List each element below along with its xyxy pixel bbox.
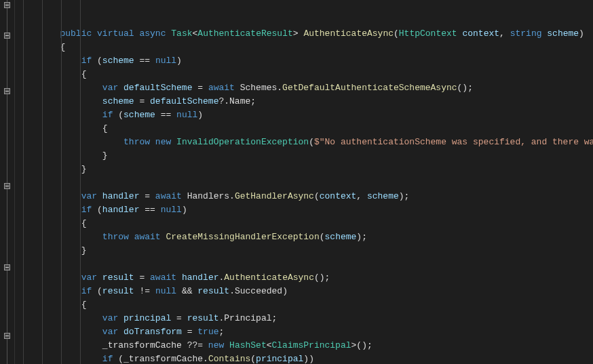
token-txt: = <box>171 313 187 323</box>
token-txt: .Succeeded) <box>229 286 288 296</box>
token-txt: == <box>134 56 155 66</box>
indent-guide <box>23 0 24 364</box>
token-param: result <box>102 286 134 296</box>
token-txt: .Principal; <box>218 313 277 323</box>
token-txt: , <box>356 191 367 201</box>
code-line[interactable]: if (handler == null) <box>18 203 593 217</box>
code-line[interactable]: if (result != null && result.Succeeded) <box>18 285 593 298</box>
code-line[interactable]: public virtual async Task<AuthenticateRe… <box>18 27 593 41</box>
token-param: defaultScheme <box>123 83 192 93</box>
code-line[interactable]: var result = await handler.AuthenticateA… <box>18 271 593 285</box>
token-txt: ( <box>250 354 256 364</box>
token-txt <box>224 340 229 350</box>
code-line[interactable]: } <box>18 244 593 258</box>
token-cls: ClaimsPrincipal <box>272 340 351 350</box>
token-txt: ) <box>197 110 203 120</box>
code-line[interactable] <box>18 258 593 271</box>
token-kw: if <box>81 286 92 296</box>
token-kw: new <box>208 340 224 350</box>
indent-guide <box>42 0 43 364</box>
code-line[interactable] <box>18 176 593 190</box>
token-param: scheme <box>102 56 134 66</box>
token-cls: HttpContext <box>399 28 457 39</box>
fold-toggle[interactable] <box>4 2 10 8</box>
code-line[interactable]: if (scheme == null) <box>18 108 593 122</box>
token-brace: { <box>81 218 87 228</box>
token-brace: } <box>81 164 87 174</box>
token-cls: InvalidOperationException <box>176 137 309 147</box>
code-line[interactable]: var defaultScheme = await Schemes.GetDef… <box>18 81 593 95</box>
fold-toggle[interactable] <box>4 88 10 94</box>
indent-guide <box>61 0 62 364</box>
token-txt: ); <box>399 191 410 201</box>
token-kw: null <box>161 205 182 215</box>
token-kw: if <box>102 354 113 364</box>
code-line[interactable]: var doTransform = true; <box>18 325 593 339</box>
token-kw: new <box>155 137 171 147</box>
token-txt: = <box>182 327 197 337</box>
token-param: principal <box>256 354 303 364</box>
token-mth: AuthenticateAsync <box>224 272 314 283</box>
token-param: context <box>462 28 499 39</box>
token-txt: = <box>192 83 208 93</box>
fold-toggle[interactable] <box>4 264 10 270</box>
token-txt: = <box>134 96 150 106</box>
code-line[interactable]: var principal = result.Principal; <box>18 312 593 325</box>
token-kw: await <box>134 232 161 242</box>
token-txt: ( <box>320 232 325 242</box>
token-txt: ( <box>92 56 102 66</box>
code-line[interactable]: { <box>18 68 593 81</box>
code-line[interactable]: if (scheme == null) <box>18 54 593 68</box>
token-kw: await <box>208 83 235 93</box>
token-txt: ) <box>182 205 187 215</box>
token-param: scheme <box>102 96 134 106</box>
token-txt <box>97 272 102 283</box>
token-brace: { <box>81 69 87 79</box>
token-kw: await <box>150 272 176 283</box>
token-brace: } <box>81 245 87 256</box>
token-txt: != <box>134 286 155 296</box>
code-line[interactable]: throw await CreateMissingHandlerExceptio… <box>18 230 593 244</box>
token-brace: } <box>102 150 108 161</box>
token-txt: ) <box>176 56 182 66</box>
fold-toggle[interactable] <box>4 333 10 339</box>
code-line[interactable]: throw new InvalidOperationException($"No… <box>18 136 593 149</box>
token-txt <box>129 232 134 242</box>
token-param: scheme <box>123 110 155 120</box>
fold-gutter[interactable] <box>0 0 15 364</box>
token-mth: GetDefaultAuthenticateSchemeAsync <box>282 83 457 93</box>
token-kw: var <box>81 272 97 283</box>
code-area[interactable]: public virtual async Task<AuthenticateRe… <box>15 0 593 364</box>
token-kw: await <box>155 191 182 201</box>
fold-toggle[interactable] <box>4 33 10 39</box>
token-kw: virtual <box>97 28 134 39</box>
code-line[interactable]: { <box>18 298 593 312</box>
token-kw: true <box>197 327 218 337</box>
token-txt: _transformCache ??= <box>102 340 208 350</box>
token-txt: < <box>267 340 272 350</box>
code-line[interactable]: } <box>18 163 593 176</box>
token-kw: var <box>102 327 118 337</box>
token-txt <box>150 137 155 147</box>
token-param: principal <box>123 313 171 323</box>
code-line[interactable]: { <box>18 41 593 54</box>
fold-toggle[interactable] <box>4 183 10 189</box>
token-punc: > <box>293 28 304 39</box>
token-mth: Contains <box>208 354 250 364</box>
code-line[interactable]: _transformCache ??= new HashSet<ClaimsPr… <box>18 339 593 352</box>
token-txt: ); <box>356 232 367 242</box>
token-txt <box>92 28 97 39</box>
code-line[interactable]: var handler = await Handlers.GetHandlerA… <box>18 190 593 203</box>
code-line[interactable]: if (_transformCache.Contains(principal)) <box>18 352 593 364</box>
token-kw: if <box>81 56 92 66</box>
code-line[interactable]: scheme = defaultScheme?.Name; <box>18 95 593 108</box>
token-txt: ; <box>219 327 225 337</box>
code-line[interactable]: } <box>18 149 593 163</box>
code-editor[interactable]: public virtual async Task<AuthenticateRe… <box>0 0 593 364</box>
token-kw: null <box>155 56 176 66</box>
token-param: result <box>187 313 219 323</box>
token-txt <box>118 313 123 323</box>
token-param: handler <box>102 191 140 201</box>
code-line[interactable]: { <box>18 122 593 136</box>
code-line[interactable]: { <box>18 217 593 230</box>
